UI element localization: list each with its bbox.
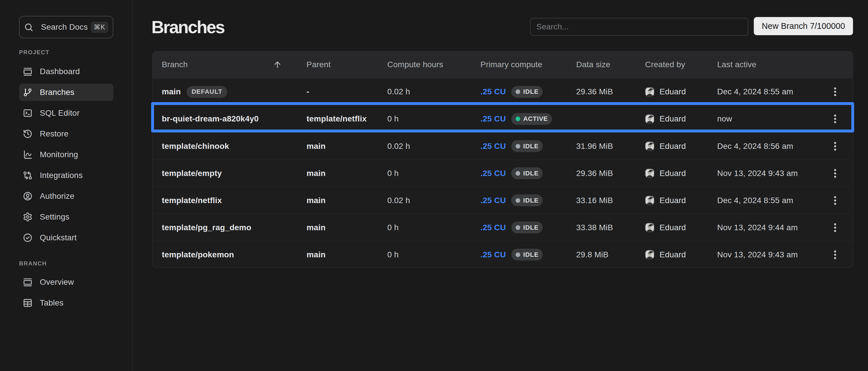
- compute-units-link[interactable]: .25 CU: [480, 223, 506, 232]
- sidebar-item-pill: Authorize: [19, 187, 113, 205]
- compute-units-link[interactable]: .25 CU: [480, 87, 506, 96]
- data-size-value: 33.16 MiB: [576, 196, 613, 205]
- sidebar-item-pill: Tables: [19, 294, 113, 312]
- branch-cell: mainDEFAULT: [153, 86, 297, 98]
- table-row-template-pokemon[interactable]: template/pokemonmain0 h.25 CUIDLE29.8 Mi…: [153, 241, 853, 268]
- status-dot-idle: [516, 144, 520, 149]
- data-size-value: 29.8 MiB: [576, 250, 609, 259]
- created-by-name: Eduard: [659, 114, 686, 123]
- avatar: [645, 168, 654, 178]
- sidebar-item-settings[interactable]: Settings: [19, 207, 113, 227]
- created-by-cell: Eduard: [636, 195, 708, 205]
- status-dot-idle: [516, 89, 520, 94]
- compute-units-link[interactable]: .25 CU: [480, 250, 506, 259]
- last-active-value: Nov 13, 2024 9:44 am: [717, 223, 798, 232]
- sidebar-item-pill: Integrations: [19, 167, 113, 184]
- status-label: ACTIVE: [523, 115, 548, 123]
- created-by-cell: Eduard: [636, 223, 708, 232]
- kebab-menu-button[interactable]: [830, 137, 840, 155]
- sidebar-section-label-branch: BRANCH: [19, 260, 47, 267]
- parent-name: main: [307, 223, 326, 232]
- last-active-value: Nov 13, 2024 9:43 am: [717, 169, 798, 178]
- branch-cell: template/empty: [153, 169, 297, 178]
- created-by-cell: Eduard: [636, 142, 708, 151]
- sort-ascending-icon[interactable]: [273, 60, 282, 69]
- compute-hours-value: 0.02 h: [387, 142, 410, 151]
- last-active-cell: Nov 13, 2024 9:44 am: [708, 223, 822, 232]
- sidebar-item-tables[interactable]: Tables: [19, 292, 113, 313]
- avatar: [645, 114, 654, 124]
- sidebar-item-restore[interactable]: Restore: [19, 123, 113, 144]
- table-row-template-netflix[interactable]: template/netflixmain0.02 h.25 CUIDLE33.1…: [153, 187, 853, 214]
- sidebar-item-dashboard[interactable]: Dashboard: [19, 61, 113, 82]
- branch-cell: template/netflix: [153, 196, 297, 205]
- branch-cell: template/pokemon: [153, 250, 297, 259]
- branch-name: template/empty: [162, 169, 222, 178]
- column-header-compute-hours[interactable]: Compute hours: [378, 60, 471, 69]
- kebab-menu-button[interactable]: [830, 165, 840, 182]
- parent-cell: main: [297, 250, 378, 259]
- sidebar-item-branches[interactable]: Branches: [19, 82, 113, 103]
- column-header-created-by[interactable]: Created by: [636, 60, 708, 69]
- sidebar-item-label: Quickstart: [40, 233, 77, 242]
- row-actions-cell: [822, 160, 853, 187]
- new-branch-button[interactable]: New Branch 7/100000: [754, 17, 853, 35]
- table-row-template-empty[interactable]: template/emptymain0 h.25 CUIDLE29.36 MiB…: [153, 159, 853, 187]
- compute-units-link[interactable]: .25 CU: [480, 142, 506, 151]
- table-row-template-chinook[interactable]: template/chinookmain0.02 h.25 CUIDLE31.9…: [153, 132, 853, 159]
- kebab-menu-button[interactable]: [830, 83, 840, 100]
- sidebar-item-authorize[interactable]: Authorize: [19, 186, 113, 207]
- quickstart-icon: [23, 233, 33, 243]
- column-header-last-active[interactable]: Last active: [708, 60, 822, 69]
- compute-hours-value: 0.02 h: [387, 87, 410, 96]
- compute-units-link[interactable]: .25 CU: [480, 114, 506, 123]
- sidebar-item-integrations[interactable]: Integrations: [19, 165, 113, 186]
- status-pill-idle: IDLE: [511, 167, 542, 179]
- kebab-menu-button[interactable]: [830, 246, 840, 264]
- column-header-parent[interactable]: Parent: [297, 60, 378, 69]
- compute-units-link[interactable]: .25 CU: [480, 169, 506, 178]
- sidebar-item-quickstart[interactable]: Quickstart: [19, 227, 113, 248]
- created-by-name: Eduard: [659, 196, 686, 205]
- monitoring-icon: [23, 150, 33, 159]
- last-active-value: Dec 4, 2024 8:56 am: [717, 142, 793, 151]
- sidebar-item-pill: SQL Editor: [19, 104, 113, 122]
- sidebar-item-pill: Overview: [19, 274, 113, 291]
- overview-icon: [23, 277, 33, 287]
- branch-cell: template/pg_rag_demo: [153, 223, 297, 232]
- table-row-template-pg-rag-demo[interactable]: template/pg_rag_demomain0 h.25 CUIDLE33.…: [153, 214, 853, 241]
- sidebar-item-monitoring[interactable]: Monitoring: [19, 144, 113, 165]
- branch-name: template/pg_rag_demo: [162, 223, 251, 232]
- table-row-main[interactable]: mainDEFAULT-0.02 h.25 CUIDLE29.36 MiBEdu…: [153, 78, 853, 105]
- kebab-menu-button[interactable]: [830, 110, 840, 127]
- compute-hours-value: 0 h: [387, 169, 399, 178]
- sidebar-item-sql-editor[interactable]: SQL Editor: [19, 103, 113, 123]
- column-header-data-size[interactable]: Data size: [567, 60, 636, 69]
- kebab-menu-button[interactable]: [830, 192, 840, 209]
- sidebar: Search Docs ⌘K PROJECT DashboardBranches…: [0, 0, 133, 371]
- parent-name: main: [307, 142, 326, 151]
- parent-cell: template/netflix: [297, 114, 378, 123]
- column-header-primary-compute[interactable]: Primary compute: [471, 60, 567, 69]
- branch-cell: template/chinook: [153, 142, 297, 151]
- status-pill-idle: IDLE: [511, 86, 542, 98]
- table-row-br-quiet-dream-a820k4y0[interactable]: br-quiet-dream-a820k4y0template/netflix0…: [153, 105, 853, 132]
- table-body: mainDEFAULT-0.02 h.25 CUIDLE29.36 MiBEdu…: [153, 78, 853, 268]
- kebab-menu-button[interactable]: [830, 219, 840, 236]
- last-active-value: Dec 4, 2024 8:55 am: [717, 87, 793, 96]
- parent-cell: main: [297, 196, 378, 205]
- search-docs-button[interactable]: Search Docs ⌘K: [19, 16, 113, 38]
- branches-search-input[interactable]: [530, 18, 748, 36]
- dashboard-icon: [23, 67, 33, 76]
- compute-hours-cell: 0.02 h: [378, 142, 471, 151]
- last-active-cell: Nov 13, 2024 9:43 am: [708, 169, 822, 178]
- data-size-cell: 29.36 MiB: [567, 169, 636, 178]
- status-pill-idle: IDLE: [511, 140, 542, 152]
- primary-compute-cell: .25 CUIDLE: [471, 167, 567, 179]
- compute-hours-cell: 0 h: [378, 223, 471, 232]
- default-badge: DEFAULT: [187, 86, 227, 98]
- status-pill-idle: IDLE: [511, 194, 542, 206]
- row-actions-cell: [822, 133, 853, 159]
- sidebar-item-overview[interactable]: Overview: [19, 272, 113, 292]
- compute-units-link[interactable]: .25 CU: [480, 196, 506, 205]
